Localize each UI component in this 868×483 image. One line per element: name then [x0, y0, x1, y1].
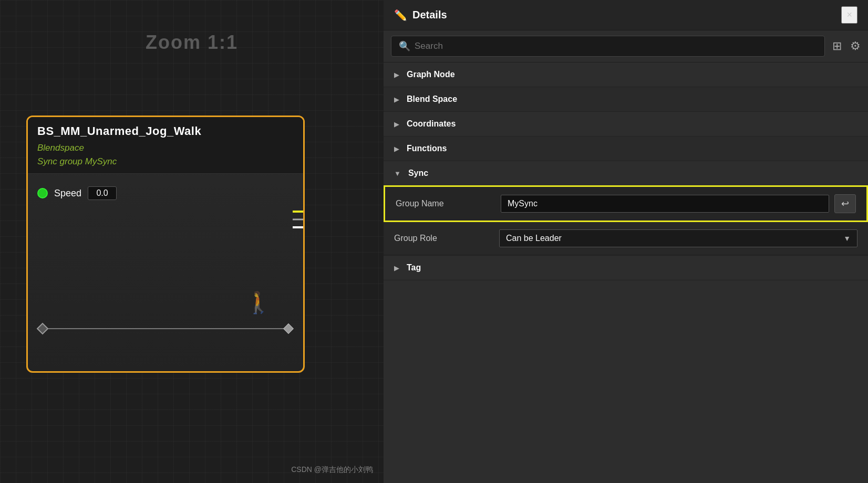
- node-title: BS_MM_Unarmed_Jog_Walk: [37, 124, 294, 138]
- blueprint-node[interactable]: BS_MM_Unarmed_Jog_Walk Blendspace Sync g…: [26, 116, 305, 373]
- details-header: ✏️ Details ×: [384, 0, 868, 30]
- section-blend-space[interactable]: ▶ Blend Space: [384, 87, 868, 112]
- sync-label: Sync: [408, 169, 428, 178]
- group-role-label: Group Role: [394, 234, 499, 243]
- section-arrow-functions: ▶: [394, 145, 399, 153]
- group-name-input[interactable]: [501, 195, 829, 213]
- pin-circle: [37, 188, 48, 198]
- wire-svg: [293, 201, 305, 243]
- blueprint-canvas: Zoom 1:1 BS_MM_Unarmed_Jog_Walk Blendspa…: [0, 0, 384, 483]
- section-label-graph-node: Graph Node: [407, 70, 455, 79]
- section-arrow-coordinates: ▶: [394, 120, 399, 128]
- pin-value-box[interactable]: 0.0: [88, 186, 117, 200]
- section-tag[interactable]: ▶ Tag: [384, 256, 868, 280]
- watermark: CSDN @弹吉他的小刘鸭: [291, 465, 373, 475]
- grid-icon[interactable]: ⊞: [832, 39, 842, 53]
- group-role-row: Group Role Can be Leader ▼: [384, 222, 868, 255]
- sync-header[interactable]: ▼ Sync: [384, 161, 868, 185]
- group-name-label: Group Name: [396, 199, 501, 208]
- node-subtitle: Blendspace Sync group MySync: [37, 141, 294, 168]
- person-icon: 🚶: [245, 290, 272, 315]
- pencil-icon: ✏️: [394, 9, 407, 22]
- details-title: Details: [412, 9, 447, 21]
- node-header: BS_MM_Unarmed_Jog_Walk Blendspace Sync g…: [28, 117, 303, 174]
- section-graph-node[interactable]: ▶ Graph Node: [384, 62, 868, 87]
- gear-icon[interactable]: ⚙: [850, 39, 861, 53]
- sync-arrow-down-icon: ▼: [394, 170, 401, 177]
- details-title-area: ✏️ Details: [394, 9, 447, 22]
- dropdown-arrow-icon: ▼: [843, 234, 851, 243]
- section-label-functions: Functions: [407, 144, 447, 153]
- zoom-label: Zoom 1:1: [146, 32, 238, 54]
- sync-section: ▼ Sync Group Name ↩ Group Role Can be Le…: [384, 161, 868, 256]
- group-role-dropdown[interactable]: Can be Leader ▼: [499, 229, 857, 247]
- section-arrow-blend-space: ▶: [394, 96, 399, 103]
- right-icon-area: ⊞ ⚙: [832, 39, 861, 53]
- pin-row: Speed 0.0: [37, 186, 294, 200]
- search-bar: 🔍: [391, 36, 825, 57]
- group-role-value: Can be Leader: [506, 234, 562, 243]
- section-arrow-tag: ▶: [394, 264, 399, 272]
- section-arrow-graph-node: ▶: [394, 71, 399, 79]
- section-label-blend-space: Blend Space: [407, 94, 457, 104]
- section-label-tag: Tag: [407, 263, 421, 272]
- sections-list: ▶ Graph Node ▶ Blend Space ▶ Coordinates…: [384, 62, 868, 483]
- details-panel: ✏️ Details × 🔍 ⊞ ⚙ ▶ Graph Node ▶ Blend …: [384, 0, 868, 483]
- slider-left-thumb[interactable]: [37, 323, 49, 335]
- slider-right-thumb[interactable]: [283, 323, 294, 334]
- subtitle-line1: Blendspace: [37, 141, 294, 155]
- group-name-row: Group Name ↩: [384, 185, 868, 222]
- details-close-button[interactable]: ×: [841, 6, 857, 24]
- search-bar-row: 🔍 ⊞ ⚙: [384, 30, 868, 62]
- search-input[interactable]: [415, 41, 817, 51]
- node-body: Speed 0.0: [28, 174, 303, 211]
- section-functions[interactable]: ▶ Functions: [384, 136, 868, 161]
- search-icon: 🔍: [399, 40, 410, 52]
- section-label-coordinates: Coordinates: [407, 119, 456, 129]
- group-name-reset-button[interactable]: ↩: [834, 194, 856, 213]
- section-coordinates[interactable]: ▶ Coordinates: [384, 112, 868, 136]
- subtitle-line2: Sync group MySync: [37, 155, 294, 169]
- pin-label: Speed: [54, 188, 81, 199]
- slider-area[interactable]: [44, 328, 287, 329]
